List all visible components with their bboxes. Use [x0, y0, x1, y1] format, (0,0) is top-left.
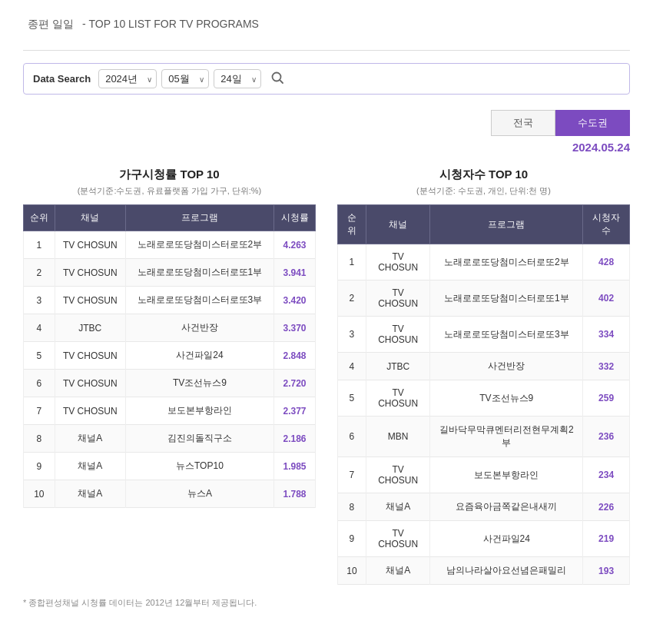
household-table-title: 가구시청률 TOP 10	[23, 168, 316, 182]
rank-cell: 3	[338, 317, 366, 353]
program-cell: 보도본부항라인	[430, 457, 583, 493]
channel-cell: TV CHOSUN	[366, 317, 430, 353]
channel-cell: JTBC	[55, 314, 125, 342]
program-cell: 노래로로또당첨미스터로또3부	[125, 287, 273, 314]
table-row: 6 TV CHOSUN TV조선뉴스9 2.720	[24, 370, 316, 397]
col-program-v: 프로그램	[430, 205, 583, 244]
program-cell: TV조선뉴스9	[125, 370, 273, 397]
channel-cell: TV CHOSUN	[366, 521, 430, 557]
rank-cell: 8	[338, 493, 366, 521]
table-row: 6 MBN 길바닥무막큐멘터리전현무계획2부 236	[338, 417, 630, 457]
channel-cell: 채널A	[55, 480, 125, 508]
value-cell: 236	[583, 417, 630, 457]
col-value-h: 시청률	[274, 205, 316, 231]
value-cell: 3.420	[274, 287, 316, 314]
value-cell: 234	[583, 457, 630, 493]
region-button-capital[interactable]: 수도권	[555, 110, 630, 136]
table-row: 2 TV CHOSUN 노래로로또당첨미스터로또1부 3.941	[24, 259, 316, 287]
region-buttons: 전국 수도권	[23, 110, 630, 136]
region-button-nationwide[interactable]: 전국	[491, 110, 555, 136]
table-row: 9 TV CHOSUN 사건파일24 219	[338, 521, 630, 557]
channel-cell: TV CHOSUN	[55, 231, 125, 259]
table-row: 8 채널A 김진의돌직구소 2.186	[24, 425, 316, 453]
value-cell: 193	[583, 557, 630, 585]
value-cell: 4.263	[274, 231, 316, 259]
program-cell: 노래로로또당첨미스터로또1부	[125, 259, 273, 287]
program-cell: 길바닥무막큐멘터리전현무계획2부	[430, 417, 583, 457]
program-cell: 요즘육아금쪽같은내새끼	[430, 493, 583, 521]
page-title: 종편 일일 - TOP 10 LIST FOR TV PROGRAMS	[23, 15, 630, 32]
program-cell: 사건파일24	[125, 342, 273, 370]
channel-cell: TV CHOSUN	[55, 287, 125, 314]
value-cell: 332	[583, 353, 630, 380]
channel-cell: TV CHOSUN	[55, 370, 125, 397]
channel-cell: 채널A	[55, 425, 125, 453]
value-cell: 428	[583, 244, 630, 281]
month-select-wrapper: 05월	[161, 69, 209, 88]
value-cell: 259	[583, 380, 630, 417]
tables-row: 가구시청률 TOP 10 (분석기준:수도권, 유료플랫폼 가입 가구, 단위:…	[23, 168, 630, 585]
table-row: 4 JTBC 사건반장 332	[338, 353, 630, 380]
channel-cell: 채널A	[366, 493, 430, 521]
rank-cell: 10	[24, 480, 55, 508]
household-table-section: 가구시청률 TOP 10 (분석기준:수도권, 유료플랫폼 가입 가구, 단위:…	[23, 168, 316, 585]
search-button[interactable]	[270, 71, 284, 88]
table-row: 7 TV CHOSUN 보도본부항라인 234	[338, 457, 630, 493]
rank-cell: 6	[338, 417, 366, 457]
search-input[interactable]	[290, 73, 620, 85]
program-cell: 사건반장	[125, 314, 273, 342]
month-select[interactable]: 05월	[161, 69, 209, 88]
channel-cell: 채널A	[366, 557, 430, 585]
footnote: * 종합편성채널 시청률 데이터는 2012년 12월부터 제공됩니다.	[23, 597, 630, 609]
program-cell: 김진의돌직구소	[125, 425, 273, 453]
table-row: 4 JTBC 사건반장 3.370	[24, 314, 316, 342]
channel-cell: TV CHOSUN	[366, 281, 430, 317]
value-cell: 219	[583, 521, 630, 557]
title-divider	[23, 50, 630, 51]
rank-cell: 6	[24, 370, 55, 397]
col-rank-v: 순위	[338, 205, 366, 244]
year-select-wrapper: 2024년	[98, 69, 157, 88]
search-icon	[270, 71, 284, 85]
household-table-header: 순위 채널 프로그램 시청률	[24, 205, 316, 231]
table-row: 10 채널A 뉴스A 1.788	[24, 480, 316, 508]
rank-cell: 8	[24, 425, 55, 453]
rank-cell: 2	[338, 281, 366, 317]
rank-cell: 3	[24, 287, 55, 314]
viewers-table-subtitle: (분석기준: 수도권, 개인, 단위:천 명)	[337, 185, 630, 197]
rank-cell: 4	[338, 353, 366, 380]
col-channel-h: 채널	[55, 205, 125, 231]
table-row: 3 TV CHOSUN 노래로로또당첨미스터로또3부 334	[338, 317, 630, 353]
year-select[interactable]: 2024년	[98, 69, 157, 88]
table-row: 7 TV CHOSUN 보도본부항라인 2.377	[24, 397, 316, 425]
table-row: 3 TV CHOSUN 노래로로또당첨미스터로또3부 3.420	[24, 287, 316, 314]
col-value-v: 시청자수	[583, 205, 630, 244]
channel-cell: 채널A	[55, 453, 125, 480]
rank-cell: 9	[338, 521, 366, 557]
value-cell: 334	[583, 317, 630, 353]
table-row: 1 TV CHOSUN 노래로로또당첨미스터로또2부 4.263	[24, 231, 316, 259]
rank-cell: 9	[24, 453, 55, 480]
channel-cell: JTBC	[366, 353, 430, 380]
viewers-table: 순위 채널 프로그램 시청자수 1 TV CHOSUN 노래로로또당첨미스터로또…	[337, 204, 630, 585]
channel-cell: TV CHOSUN	[55, 342, 125, 370]
program-cell: 노래로로또당첨미스터로또1부	[430, 281, 583, 317]
rank-cell: 5	[338, 380, 366, 417]
svg-line-1	[280, 80, 283, 83]
search-bar: Data Search 2024년 05월 24일	[23, 63, 630, 95]
date-display: 2024.05.24	[23, 141, 630, 154]
value-cell: 2.848	[274, 342, 316, 370]
table-row: 10 채널A 남의나라살아요선념은패밀리 193	[338, 557, 630, 585]
table-row: 5 TV CHOSUN TV조선뉴스9 259	[338, 380, 630, 417]
rank-cell: 7	[24, 397, 55, 425]
value-cell: 2.720	[274, 370, 316, 397]
rank-cell: 4	[24, 314, 55, 342]
program-cell: 남의나라살아요선념은패밀리	[430, 557, 583, 585]
value-cell: 226	[583, 493, 630, 521]
program-cell: 사건파일24	[430, 521, 583, 557]
rank-cell: 7	[338, 457, 366, 493]
day-select[interactable]: 24일	[214, 69, 261, 88]
viewers-table-header: 순위 채널 프로그램 시청자수	[338, 205, 630, 244]
rank-cell: 1	[338, 244, 366, 281]
value-cell: 3.941	[274, 259, 316, 287]
